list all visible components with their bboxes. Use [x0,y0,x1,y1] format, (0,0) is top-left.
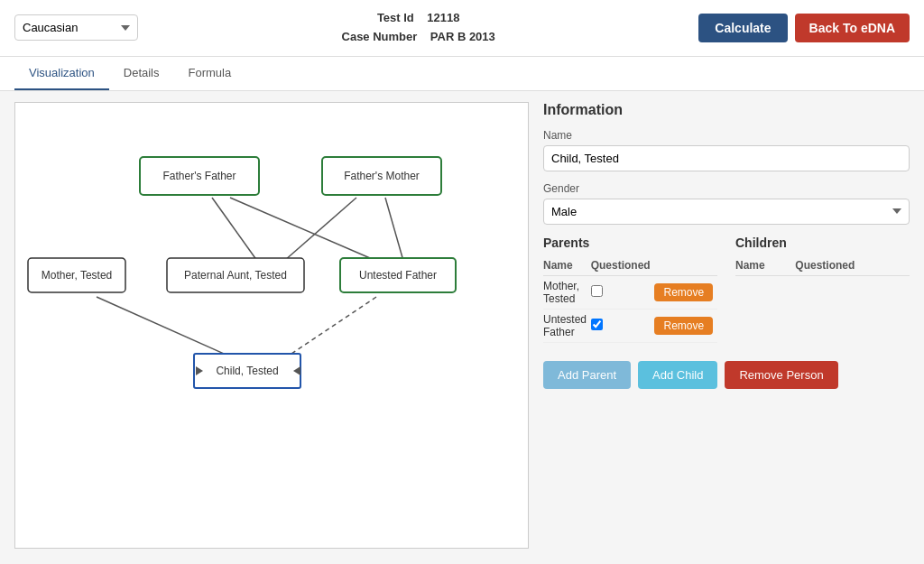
tab-formula[interactable]: Formula [174,57,246,90]
edge-mother-child [97,297,232,357]
action-buttons: Add Parent Add Child Remove Person [543,361,910,389]
node-fm-text: Father's Mother [344,170,420,182]
case-number-label: Case Number [342,30,418,43]
test-id-value: 12118 [427,11,459,24]
node-ff-text: Father's Father [163,170,236,182]
header-left: Caucasian African American Hispanic Asia… [14,14,138,41]
add-child-button[interactable]: Add Child [638,361,717,389]
table-row: UntestedFather Remove [543,309,717,342]
case-number-value: PAR B 2013 [430,30,495,43]
gender-group: Gender Male Female Unknown [543,182,910,225]
name-input[interactable] [543,145,910,171]
parents-table: Name Questioned Mother,Tested R [543,257,717,343]
gender-select[interactable]: Male Female Unknown [543,199,910,225]
node-child-text: Child, Tested [216,365,278,377]
edge-uf-child [286,297,376,357]
header: Caucasian African American Hispanic Asia… [0,0,924,57]
visualization-panel: Father's Father Father's Mother Mother, … [14,102,529,549]
children-col-name: Name [735,257,795,276]
add-parent-button[interactable]: Add Parent [543,361,631,389]
tab-visualization[interactable]: Visualization [14,57,109,90]
info-panel: Information Name Gender Male Female Unkn… [529,102,910,549]
back-button[interactable]: Back To eDNA [795,14,910,42]
parent-questioned-2 [591,309,655,342]
tabs-bar: Visualization Details Formula [0,57,924,91]
tab-details[interactable]: Details [109,57,174,90]
name-group: Name [543,129,910,171]
diagram-svg: Father's Father Father's Mother Mother, … [15,103,528,545]
parents-title: Parents [543,236,717,250]
main-content: Father's Father Father's Mother Mother, … [0,91,924,559]
ethnicity-select[interactable]: Caucasian African American Hispanic Asia… [14,14,138,41]
edge-fm-aunt [284,198,356,261]
table-row: Mother,Tested Remove [543,275,717,309]
parent-questioned-checkbox-2[interactable] [591,319,603,330]
gender-label: Gender [543,182,910,195]
parent-questioned-1 [591,275,655,309]
parents-section: Parents Name Questioned Mother,Tested [543,236,717,343]
edge-ff-uf [230,198,376,261]
info-title: Information [543,102,910,118]
children-table: Name Questioned [735,257,910,276]
remove-parent-1-button[interactable]: Remove [654,283,713,301]
children-col-questioned: Questioned [795,257,910,276]
edge-fm-uf [385,198,403,261]
node-aunt-text: Paternal Aunt, Tested [184,269,287,282]
parent-questioned-checkbox-1[interactable] [591,285,603,297]
parent-name-2: UntestedFather [543,309,591,342]
node-mother-text: Mother, Tested [42,269,113,282]
remove-person-button[interactable]: Remove Person [725,361,837,389]
name-label: Name [543,129,910,142]
children-title: Children [735,236,910,250]
calculate-button[interactable]: Calculate [698,14,787,42]
header-right: Calculate Back To eDNA [698,14,910,42]
parents-col-name: Name [543,257,591,276]
parents-col-questioned: Questioned [591,257,655,276]
parents-children-section: Parents Name Questioned Mother,Tested [543,236,910,343]
children-section: Children Name Questioned [735,236,910,343]
test-id-label: Test Id [377,11,414,24]
parent-name-1: Mother,Tested [543,275,591,309]
node-uf-text: Untested Father [359,269,437,282]
header-center: Test Id 12118 Case Number PAR B 2013 [342,9,495,47]
remove-parent-2-button[interactable]: Remove [654,317,713,335]
